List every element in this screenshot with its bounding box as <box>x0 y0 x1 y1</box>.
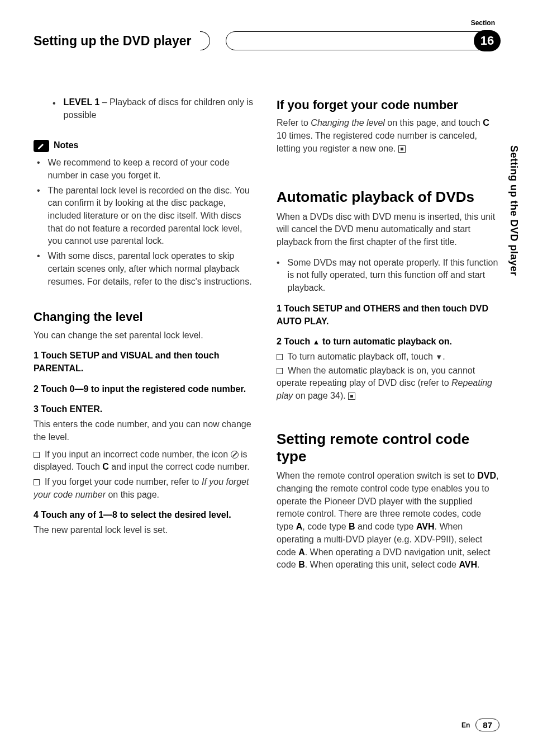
right-column: If you forget your code number Refer to … <box>277 96 499 571</box>
heading-changing-level: Changing the level <box>34 308 256 325</box>
auto-playback-bullet: • Some DVDs may not operate properly. If… <box>277 257 499 295</box>
notes-heading: Notes <box>34 139 256 152</box>
square-bullet-icon <box>277 354 283 360</box>
heading-forget-code: If you forget your code number <box>277 96 499 114</box>
level1-bullet: • LEVEL 1 – Playback of discs for childr… <box>53 96 256 121</box>
bullet-icon: • <box>53 96 56 121</box>
end-section-icon <box>398 145 406 153</box>
level1-label: LEVEL 1 <box>64 97 100 107</box>
remote-code-body: When the remote control operation switch… <box>277 470 499 571</box>
step-2: 2 Touch 0—9 to input the registered code… <box>34 383 256 396</box>
note-item: • With some discs, parental lock operate… <box>37 250 256 288</box>
changing-level-intro: You can change the set parental lock lev… <box>34 329 256 342</box>
bullet-icon: • <box>277 257 280 295</box>
prohibit-icon <box>231 451 239 459</box>
triangle-down-icon <box>435 352 442 361</box>
auto-playback-intro: When a DVDs disc with DVD menu is insert… <box>277 211 499 249</box>
square-bullet-icon <box>34 452 40 458</box>
footer-page-number: 87 <box>475 719 499 731</box>
content-columns: • LEVEL 1 – Playback of discs for childr… <box>34 96 499 571</box>
auto-tip-2: When the automatic playback is on, you c… <box>277 365 499 403</box>
chapter-title-cap <box>200 31 210 50</box>
square-bullet-icon <box>34 479 40 485</box>
auto-step-1: 1 Touch SETUP and OTHERS and then touch … <box>277 303 499 328</box>
step-3: 3 Touch ENTER. <box>34 403 256 416</box>
step-3-tip-1: If you input an incorrect code number, t… <box>34 448 256 474</box>
end-section-icon <box>348 393 355 400</box>
auto-tip-1: To turn automatic playback off, touch . <box>277 351 499 363</box>
notes-label: Notes <box>54 139 78 152</box>
note-text: We recommend to keep a record of your co… <box>48 157 256 182</box>
note-text: With some discs, parental lock operates … <box>48 250 256 288</box>
chapter-bar: 16 Setting up the DVD player <box>34 31 499 50</box>
forget-code-body: Refer to Changing the level on this page… <box>277 117 499 155</box>
side-tab-label: Setting up the DVD player <box>508 145 520 276</box>
step-3-body: This enters the code number, and you can… <box>34 418 256 443</box>
step-3-tip-2: If you forget your code number, refer to… <box>34 476 256 501</box>
note-item: • We recommend to keep a record of your … <box>37 157 256 182</box>
section-label: Section <box>471 19 495 27</box>
chapter-pill <box>226 31 499 50</box>
bullet-icon: • <box>37 157 40 182</box>
chapter-number-badge: 16 <box>474 30 501 51</box>
heading-remote-code: Setting remote control code type <box>277 431 499 465</box>
note-text: The parental lock level is recorded on t… <box>48 185 256 248</box>
chapter-title: Setting up the DVD player <box>34 34 201 49</box>
step-1: 1 Touch SETUP and VISUAL and then touch … <box>34 349 256 375</box>
page-header: Section 16 Setting up the DVD player <box>34 22 499 51</box>
auto-playback-bullet-text: Some DVDs may not operate properly. If t… <box>288 257 499 295</box>
pencil-icon <box>34 140 49 152</box>
left-column: • LEVEL 1 – Playback of discs for childr… <box>34 96 256 571</box>
heading-auto-playback: Automatic playback of DVDs <box>277 188 499 206</box>
triangle-up-icon <box>313 337 320 346</box>
page-footer: En 87 <box>461 719 499 731</box>
bullet-icon: • <box>37 250 40 288</box>
note-item: • The parental lock level is recorded on… <box>37 185 256 248</box>
step-4: 4 Touch any of 1—8 to select the desired… <box>34 509 256 522</box>
auto-step-2: 2 Touch to turn automatic playback on. <box>277 336 499 348</box>
bullet-icon: • <box>37 185 40 248</box>
square-bullet-icon <box>277 368 283 374</box>
footer-language: En <box>461 721 470 729</box>
step-4-body: The new parental lock level is set. <box>34 524 256 537</box>
